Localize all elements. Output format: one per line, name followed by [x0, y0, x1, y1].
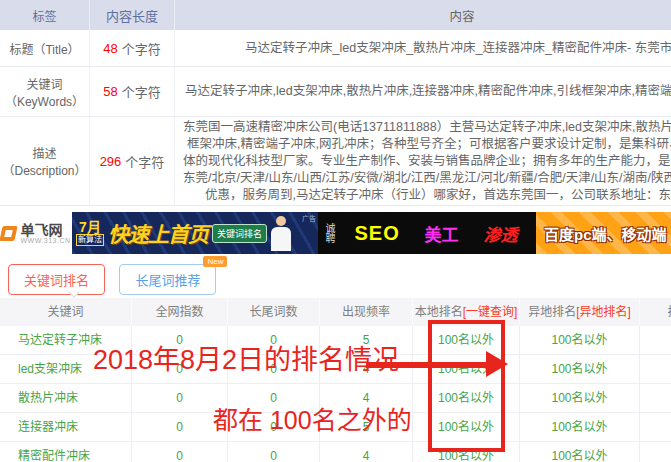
cell-remote-rank: 100名以外 — [520, 355, 640, 384]
meta-row-keywords: 关键词 （KeyWords） 58 个字符 马达定转子冲床,led支架冲床,散热… — [0, 67, 671, 117]
algo-month: 7月 — [76, 221, 104, 234]
cell-longtail: 0 — [228, 355, 320, 384]
description-count-number: 296 — [100, 154, 122, 169]
new-badge: New — [203, 256, 227, 267]
cell-keyword[interactable]: 马达定转子冲床 — [0, 326, 132, 355]
meta-row-title: 标题（Title） 48 个字符 马达定转子冲床_led支架冲床_散热片冲床_连… — [0, 30, 671, 67]
cell-keyword[interactable]: 精密配件冲床 — [0, 442, 132, 462]
title-content: 马达定转子冲床_led支架冲床_散热片冲床_连接器冲床_精密配件冲床- 东莞市国… — [175, 40, 671, 57]
description-label-line1: 描述 — [32, 144, 56, 161]
cell-longtail: 0 — [228, 413, 320, 442]
cell-frequency: 4 — [320, 442, 413, 462]
ad-banner-strip: 单飞网 WWW.313.CN 7月 新算法 快速上首页 关键词排名 广告 诚聘 … — [0, 212, 671, 254]
meta-table-header: 标签 内容长度 内容 — [0, 0, 671, 30]
keywords-label-line2: （KeyWords） — [5, 92, 84, 109]
cell-clipped — [640, 384, 671, 413]
title-content-cell: 马达定转子冲床_led支架冲床_散热片冲床_连接器冲床_精密配件冲床- 东莞市国… — [175, 30, 671, 66]
keywords-count: 58 个字符 — [90, 67, 175, 116]
cell-index: 0 — [132, 413, 228, 442]
ad-headline: 快速上首页 — [108, 218, 208, 248]
col-frequency: 出现频率 — [320, 298, 413, 326]
seo-ad-banner[interactable]: 7月 新算法 快速上首页 关键词排名 广告 — [72, 212, 318, 254]
cell-longtail: 0 — [228, 442, 320, 462]
keywords-label-line1: 关键词 — [26, 75, 62, 92]
recruit-item-seo: SEO — [354, 222, 399, 245]
cell-frequency: 5 — [320, 413, 413, 442]
tab-longtail-suggest[interactable]: 长尾词推荐 New — [119, 264, 216, 295]
keywords-content: 马达定转子冲床,led支架冲床,散热片冲床,连接器冲床,精密配件冲床,引线框架冲… — [175, 83, 671, 100]
cell-longtail: 0 — [228, 326, 320, 355]
description-line: 东莞/北京/天津/山东/山西/江苏/安微/湖北/江西/黑龙江/河北/新疆/合肥/… — [175, 170, 671, 187]
keywords-count-suffix: 个字符 — [122, 82, 161, 101]
col-remote-rank: 异地排名[异地排名] — [520, 298, 640, 326]
col-local-rank: 本地排名[一键查询] — [413, 298, 520, 326]
cell-local-rank: 100名以外 — [413, 355, 520, 384]
meta-header-length: 内容长度 — [90, 0, 175, 30]
cell-index: 0 — [132, 384, 228, 413]
title-count: 48 个字符 — [90, 30, 175, 66]
title-label: 标题（Title） — [0, 30, 90, 66]
cell-keyword[interactable]: 散热片冲床 — [0, 384, 132, 413]
keywords-content-cell: 马达定转子冲床,led支架冲床,散热片冲床,连接器冲床,精密配件冲床,引线框架冲… — [175, 67, 671, 116]
meta-table: 标签 内容长度 内容 标题（Title） 48 个字符 马达定转子冲床_led支… — [0, 0, 671, 206]
description-line: 框架冲床,精密端子冲床,网孔冲床；各种型号齐全；可根据客户要求设计定制，是集科研… — [175, 136, 671, 153]
description-line: 东莞国一高速精密冲床公司(电话13711811888）主营马达定转子冲床,led… — [175, 119, 671, 136]
cell-frequency: 5 — [320, 326, 413, 355]
cell-local-rank: 100名以外 — [413, 413, 520, 442]
cell-remote-rank: 100名以外 — [520, 413, 640, 442]
recruit-vertical-text: 诚聘 — [324, 223, 334, 243]
one-click-query-link[interactable]: [一键查询] — [463, 305, 518, 319]
keywords-label: 关键词 （KeyWords） — [0, 67, 90, 116]
col-remote-rank-label: 异地排名 — [528, 305, 576, 319]
description-content-cell: 东莞国一高速精密冲床公司(电话13711811888）主营马达定转子冲床,led… — [175, 117, 671, 205]
cell-remote-rank: 100名以外 — [520, 442, 640, 462]
col-local-rank-label: 本地排名 — [415, 305, 463, 319]
recruit-ad-banner[interactable]: 诚聘 SEO 美工 渗透 — [318, 212, 536, 254]
cell-index: 0 — [132, 326, 228, 355]
site-logo[interactable]: 单飞网 WWW.313.CN — [0, 212, 72, 254]
page: 标签 内容长度 内容 标题（Title） 48 个字符 马达定转子冲床_led支… — [0, 0, 671, 462]
cell-longtail: 0 — [228, 384, 320, 413]
description-label: 描述 （Description） — [0, 117, 90, 205]
col-index: 全网指数 — [132, 298, 228, 326]
cell-keyword[interactable]: 连接器冲床 — [0, 413, 132, 442]
algo-label: 新算法 — [76, 234, 104, 246]
cell-keyword[interactable]: led支架冲床 — [0, 355, 132, 384]
col-longtail-count: 长尾词数 — [228, 298, 320, 326]
cell-index: 0 — [132, 442, 228, 462]
baidu-ad-banner[interactable]: 百度pc端、移动端 — [536, 212, 671, 254]
cell-clipped — [640, 413, 671, 442]
recruit-item-art: 美工 — [425, 221, 459, 246]
rank-table: 关键词 全网指数 长尾词数 出现频率 本地排名[一键查询] 异地排名[异地排名]… — [0, 298, 671, 462]
tab-bar: 关键词排名 长尾词推荐 New — [8, 264, 671, 292]
cell-remote-rank: 100名以外 — [520, 384, 640, 413]
cell-remote-rank: 100名以外 — [520, 326, 640, 355]
danfei-logo-icon — [0, 226, 18, 241]
cell-index: 0 — [132, 355, 228, 384]
title-count-suffix: 个字符 — [122, 39, 161, 58]
cell-clipped — [640, 326, 671, 355]
cell-local-rank: 100名以外 — [413, 326, 520, 355]
remote-rank-link[interactable]: [异地排名] — [576, 305, 631, 319]
col-clipped: 排名 — [640, 298, 671, 326]
presenter-photo — [270, 216, 292, 252]
tab-longtail-label: 长尾词推荐 — [135, 273, 200, 288]
description-count: 296 个字符 — [90, 117, 175, 205]
cell-frequency: 4 — [320, 355, 413, 384]
algo-block: 7月 新算法 — [76, 221, 104, 246]
site-logo-name: 单飞网 — [20, 223, 70, 237]
site-logo-url: WWW.313.CN — [20, 237, 70, 244]
keyword-rank-badge: 关键词排名 — [212, 224, 267, 243]
recruit-item-pentest: 渗透 — [484, 221, 518, 246]
meta-header-content: 内容 — [175, 0, 671, 30]
cell-frequency: 4 — [320, 384, 413, 413]
keywords-count-number: 58 — [103, 84, 117, 99]
baidu-ad-text: 百度pc端、移动端 — [544, 223, 667, 244]
description-label-line2: （Description） — [2, 161, 86, 178]
description-line: 体的现代化科技型厂家。专业生产制作、安装与销售品牌企业；拥有多年的生产能力，是优… — [175, 153, 671, 170]
cell-clipped — [640, 355, 671, 384]
description-count-suffix: 个字符 — [125, 152, 164, 171]
description-line: 优惠，服务周到,马达定转子冲床（行业）哪家好，首选东莞国一，公司联系地址：东莞市… — [175, 187, 671, 204]
cell-local-rank: 100名以外 — [413, 384, 520, 413]
tab-keyword-rank[interactable]: 关键词排名 — [8, 264, 105, 295]
